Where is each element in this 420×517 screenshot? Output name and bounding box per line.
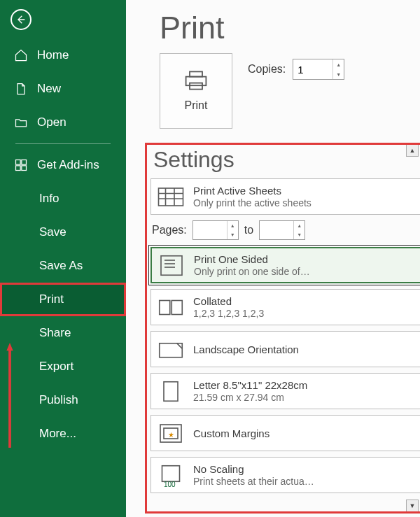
sidebar-item-save[interactable]: Save [0,215,126,249]
sidebar-item-share[interactable]: Share [0,316,126,350]
orientation-dropdown[interactable]: Landscape Orientation ▼ [150,331,420,367]
svg-rect-0 [16,160,21,165]
pages-to-label: to [244,224,253,236]
sidebar-item-export[interactable]: Export [0,350,126,383]
up-icon[interactable]: ▲ [294,221,304,230]
sidebar-label-publish: Publish [39,393,78,407]
settings-heading: Settings [153,147,420,173]
collated-sub: 1,2,3 1,2,3 1,2,3 [193,308,417,319]
sidebar-label-new: New [37,82,61,96]
scaling-sub: Print sheets at their actua… [193,476,417,487]
collated-title: Collated [193,295,420,307]
svg-rect-3 [22,166,27,171]
down-icon[interactable]: ▼ [227,230,238,239]
sidebar-item-publish[interactable]: Publish [0,383,126,417]
sides-title: Print One Sided [194,253,420,265]
up-icon[interactable]: ▲ [227,221,238,230]
copies-up-icon[interactable]: ▲ [333,59,344,69]
sidebar-item-saveas[interactable]: Save As [0,249,126,283]
copies-label: Copies: [248,63,286,76]
sidebar-label-home: Home [37,48,69,62]
svg-rect-18 [160,300,170,314]
down-icon[interactable]: ▼ [294,230,304,239]
sidebar-label-save: Save [39,225,66,239]
paper-size-dropdown[interactable]: Letter 8.5"x11" 22x28cm 21.59 cm x 27.94… [150,373,420,409]
backstage-sidebar: Home New Open Get Add-ins Info Save Save… [0,0,126,517]
back-arrow-icon [15,14,27,25]
margins-icon: ★ [157,420,185,446]
sidebar-item-more[interactable]: More... [0,417,126,451]
copies-control: Copies: ▲ ▼ [248,59,344,80]
pages-from-spinner[interactable]: ▲▼ [192,220,239,240]
page-title: Print [160,10,420,46]
sidebar-separator [15,143,111,144]
home-icon [14,48,28,62]
print-panel: Print Print Copies: ▲ ▼ ▲ ▼ Sett [126,0,420,517]
margins-title: Custom Margins [193,427,420,439]
svg-rect-19 [172,300,182,314]
pages-to-spinner[interactable]: ▲▼ [259,220,305,240]
page-setup-link[interactable]: Page Setup [150,499,420,511]
svg-rect-9 [159,188,183,206]
sidebar-label-print: Print [39,292,64,306]
paper-icon [157,378,185,404]
collated-icon [157,295,185,320]
pages-to-input[interactable] [260,221,293,239]
sidebar-label-open: Open [37,115,66,129]
pages-range: Pages: ▲▼ to ▲▼ [152,220,420,240]
addins-icon [14,158,28,172]
svg-rect-1 [22,160,27,165]
svg-rect-2 [16,166,21,171]
collated-dropdown[interactable]: Collated 1,2,3 1,2,3 1,2,3 ▼ [150,289,420,325]
sidebar-label-share: Share [39,326,71,340]
copies-input[interactable] [293,59,332,79]
paper-title: Letter 8.5"x11" 22x28cm [193,379,420,391]
sidebar-item-open[interactable]: Open [0,106,126,139]
svg-rect-25 [162,465,180,481]
sidebar-item-getaddins[interactable]: Get Add-ins [0,148,126,182]
back-button[interactable] [10,9,31,30]
printer-icon [183,70,209,91]
copies-down-icon[interactable]: ▼ [333,69,344,79]
scaling-title: No Scaling [193,463,420,475]
sheets-icon [157,184,185,209]
landscape-icon [157,337,185,362]
sidebar-item-new[interactable]: New [0,72,126,106]
sides-sub: Only print on one side of… [194,266,418,277]
print-button-label: Print [185,99,208,112]
one-sided-icon [158,253,186,278]
scaling-dropdown[interactable]: 100 No Scaling Print sheets at their act… [150,457,420,493]
print-what-dropdown[interactable]: Print Active Sheets Only print the activ… [150,178,420,215]
sidebar-item-home[interactable]: Home [0,38,126,72]
sidebar-item-print[interactable]: Print [0,283,126,316]
print-button[interactable]: Print [160,53,232,129]
settings-section: Settings Print Active Sheets Only print … [145,143,420,516]
print-what-sub: Only print the active sheets [193,197,417,208]
margins-dropdown[interactable]: ★ Custom Margins ▼ [150,415,420,451]
sidebar-label-info: Info [39,192,59,206]
sidebar-label-getaddins: Get Add-ins [37,158,99,172]
print-what-title: Print Active Sheets [193,185,420,197]
sidebar-label-saveas: Save As [39,259,83,273]
svg-rect-7 [186,77,206,86]
new-icon [14,82,28,96]
scaling-icon: 100 [157,462,185,488]
svg-text:100: 100 [164,480,176,487]
svg-rect-21 [164,381,178,401]
open-folder-icon [14,115,28,129]
sidebar-label-more: More... [39,427,76,441]
sidebar-label-export: Export [39,360,74,374]
svg-text:★: ★ [168,430,174,438]
paper-sub: 21.59 cm x 27.94 cm [193,392,417,403]
pages-from-input[interactable] [193,221,227,239]
copies-spinner[interactable]: ▲ ▼ [293,59,344,80]
svg-rect-14 [161,255,182,275]
orientation-title: Landscape Orientation [193,344,420,355]
sides-dropdown[interactable]: Print One Sided Only print on one side o… [150,247,420,283]
sidebar-item-info[interactable]: Info [0,182,126,215]
pages-label: Pages: [152,224,187,236]
svg-rect-6 [190,71,202,76]
